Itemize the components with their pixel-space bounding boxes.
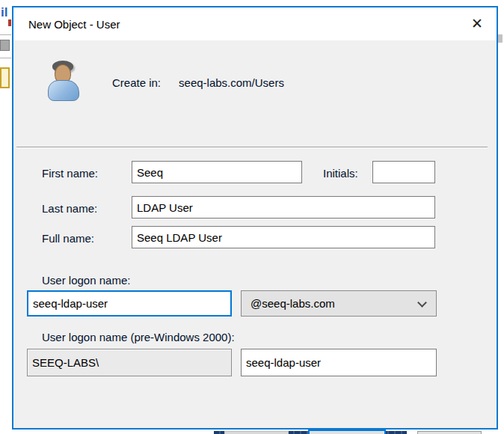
new-object-user-dialog: New Object - User ✕ Create in: seeq-labs… [12,6,498,430]
background-highlighted-icon-fragment [0,67,10,88]
full-name-input[interactable] [132,226,435,248]
dialog-body: Create in: seeq-labs.com/Users First nam… [13,40,497,428]
first-name-input[interactable] [132,161,302,183]
logon-domain-value: @seeq-labs.com [251,297,335,310]
pre2000-label: User logon name (pre-Windows 2000): [42,331,235,343]
last-name-input[interactable] [132,196,435,218]
next-button[interactable]: Next > [308,430,386,434]
create-in-row: Create in: seeq-labs.com/Users [112,76,284,89]
full-name-label: Full name: [42,232,94,245]
chevron-down-icon [417,298,427,308]
last-name-label: Last name: [42,202,97,215]
first-name-label: First name: [42,167,98,180]
background-divider [0,58,11,58]
initials-label: Initials: [323,167,358,180]
titlebar: New Object - User ✕ [13,7,497,40]
dialog-title: New Object - User [28,18,120,31]
cancel-button[interactable]: Cancel [417,431,482,434]
create-in-label: Create in: [112,76,161,89]
pre2000-logon-input[interactable] [241,349,437,376]
background-window-edge [498,34,503,43]
background-divider [0,34,11,35]
background-button-fragment [0,40,10,51]
user-icon [46,60,81,102]
background-icon-fragment [8,19,11,26]
pre2000-domain-field: SEEQ-LABS\ [27,349,232,376]
background-menu-fragment: il [1,5,7,20]
pre2000-domain-value: SEEQ-LABS\ [32,356,99,369]
create-in-value: seeq-labs.com/Users [179,76,284,89]
logon-domain-dropdown[interactable]: @seeq-labs.com [241,290,437,317]
separator [16,147,488,148]
logon-name-label: User logon name: [42,274,130,287]
initials-input[interactable] [372,161,435,183]
logon-name-input[interactable] [27,290,232,317]
back-button[interactable]: < Back [224,431,289,434]
close-icon[interactable]: ✕ [464,12,491,34]
